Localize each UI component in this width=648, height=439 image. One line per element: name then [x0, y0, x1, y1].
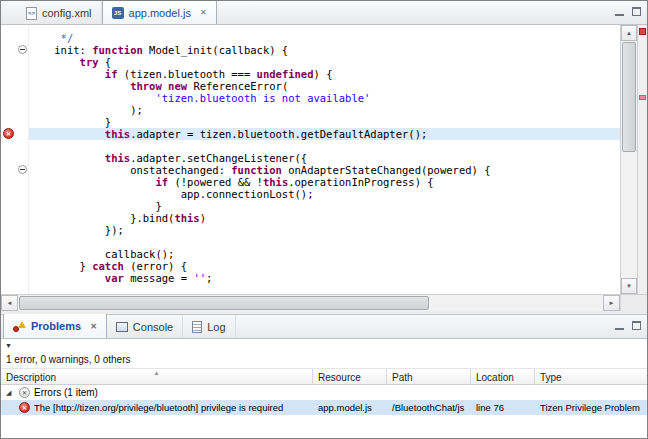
code-line[interactable]: if (tizen.bluetooth === undefined) {: [29, 68, 620, 80]
horizontal-scroll-track[interactable]: [430, 295, 603, 311]
xml-file-icon: <>: [26, 7, 37, 20]
code-line[interactable]: onstatechanged: function onAdapterStateC…: [29, 164, 620, 176]
ide-window: <> config.xml JS app.model.js ✕ ✕ */ ini…: [0, 0, 648, 439]
errors-group-icon: ✕: [19, 387, 30, 398]
error-icon: ✕: [19, 402, 30, 413]
code-line[interactable]: try {: [29, 56, 620, 68]
view-tab-bar: Problems ✕ Console Log: [1, 314, 647, 339]
code-line[interactable]: [29, 140, 620, 152]
tab-problems[interactable]: Problems ✕: [3, 314, 107, 338]
problem-location: line 76: [471, 400, 535, 415]
minus-glyph: [20, 169, 25, 170]
scrollbar-corner: [620, 295, 647, 311]
problem-resource: app.model.js: [313, 400, 387, 415]
tab-label: app.model.js: [129, 7, 191, 19]
code-line[interactable]: var message = '';: [29, 272, 620, 284]
code-line[interactable]: callback();: [29, 248, 620, 260]
tab-console[interactable]: Console: [107, 315, 183, 338]
close-tab-icon[interactable]: ✕: [200, 8, 207, 17]
tab-label: Console: [133, 321, 173, 333]
problems-group-row[interactable]: ◢ ✕ Errors (1 item): [1, 385, 647, 400]
close-tab-icon[interactable]: ✕: [90, 322, 97, 331]
code-line[interactable]: */: [29, 32, 620, 44]
editor-area: ✕ */ init: function Model_init(callback)…: [1, 25, 647, 294]
column-header-type[interactable]: Type: [535, 368, 647, 385]
minimize-icon[interactable]: [615, 321, 624, 330]
fold-collapse-icon[interactable]: [18, 45, 27, 54]
log-icon: [192, 321, 202, 333]
marker-ruler[interactable]: ✕: [1, 25, 16, 294]
tab-label: Problems: [31, 320, 81, 332]
problem-row[interactable]: ✕The [http://tizen.org/privilege/bluetoo…: [1, 400, 647, 415]
problems-toolbar: ▼: [1, 339, 647, 352]
code-line[interactable]: }: [29, 116, 620, 128]
tab-log[interactable]: Log: [183, 315, 235, 338]
column-header-description[interactable]: Description ▲: [1, 368, 313, 385]
problems-panel: Problems ✕ Console Log ▼ 1 error, 0 warn…: [1, 314, 647, 438]
fold-collapse-icon[interactable]: [18, 165, 27, 174]
tab-config-xml[interactable]: <> config.xml: [17, 2, 102, 24]
problems-summary: 1 error, 0 warnings, 0 others: [1, 352, 647, 368]
editor-tab-bar: <> config.xml JS app.model.js ✕: [1, 1, 647, 25]
code-line[interactable]: app.connectionLost();: [29, 188, 620, 200]
column-header-path[interactable]: Path: [387, 368, 471, 385]
code-editor[interactable]: */ init: function Model_init(callback) {…: [29, 25, 620, 294]
code-line[interactable]: if (!powered && !this.operationInProgres…: [29, 176, 620, 188]
tab-label: config.xml: [42, 7, 92, 19]
code-line[interactable]: this.adapter.setChangeListener({: [29, 152, 620, 164]
minimize-icon[interactable]: [615, 7, 624, 16]
folding-ruler[interactable]: [16, 25, 29, 294]
editor-horizontal-scrollbar[interactable]: ◄ ►: [1, 294, 647, 311]
problems-table-body: ◢ ✕ Errors (1 item) ✕The [http://tizen.o…: [1, 385, 647, 438]
expanded-chevron-icon[interactable]: ◢: [6, 389, 15, 397]
code-line[interactable]: }: [29, 200, 620, 212]
column-label: Description: [6, 372, 56, 383]
code-line[interactable]: [29, 236, 620, 248]
scroll-up-icon[interactable]: ▲: [621, 25, 637, 41]
code-line[interactable]: });: [29, 224, 620, 236]
console-icon: [116, 322, 128, 332]
overview-ruler[interactable]: [637, 25, 647, 294]
vertical-scroll-thumb[interactable]: [622, 42, 636, 152]
tab-label: Log: [207, 321, 225, 333]
tab-app-model-js[interactable]: JS app.model.js ✕: [102, 0, 217, 24]
problem-description: The [http://tizen.org/privilege/bluetoot…: [34, 402, 283, 413]
code-line[interactable]: init: function Model_init(callback) {: [29, 44, 620, 56]
horizontal-scroll-thumb[interactable]: [19, 296, 429, 310]
maximize-icon[interactable]: [632, 321, 641, 330]
view-menu-icon[interactable]: ▼: [5, 342, 12, 349]
problem-type: Tizen Privilege Problem: [535, 400, 647, 415]
vertical-scroll-track[interactable]: [621, 153, 637, 278]
error-marker-icon[interactable]: ✕: [3, 128, 14, 139]
group-label: Errors (1 item): [34, 387, 98, 398]
scroll-right-icon[interactable]: ►: [603, 295, 620, 311]
overview-error-marker[interactable]: [639, 95, 646, 100]
editor-window-buttons: [615, 7, 641, 16]
maximize-icon[interactable]: [632, 7, 641, 16]
panel-window-buttons: [615, 321, 641, 330]
minus-glyph: [20, 49, 25, 50]
code-line[interactable]: } catch (error) {: [29, 260, 620, 272]
overview-error-indicator[interactable]: [639, 28, 646, 35]
code-line[interactable]: throw new ReferenceError(: [29, 80, 620, 92]
problems-icon: [13, 321, 26, 332]
problem-path: /BluetoothChat/js: [387, 400, 471, 415]
column-header-resource[interactable]: Resource: [313, 368, 387, 385]
problems-table-header: Description ▲ Resource Path Location Typ…: [1, 368, 647, 385]
code-line[interactable]: );: [29, 104, 620, 116]
scroll-down-icon[interactable]: ▼: [621, 278, 637, 294]
code-line[interactable]: this.adapter = tizen.bluetooth.getDefaul…: [29, 128, 620, 140]
code-line[interactable]: 'tizen.bluetooth is not available': [29, 92, 620, 104]
code-line[interactable]: }.bind(this): [29, 212, 620, 224]
sort-ascending-icon: ▲: [154, 368, 160, 380]
js-file-icon: JS: [112, 7, 124, 19]
column-header-location[interactable]: Location: [471, 368, 535, 385]
scroll-left-icon[interactable]: ◄: [1, 295, 18, 311]
editor-vertical-scrollbar[interactable]: ▲ ▼: [620, 25, 637, 294]
